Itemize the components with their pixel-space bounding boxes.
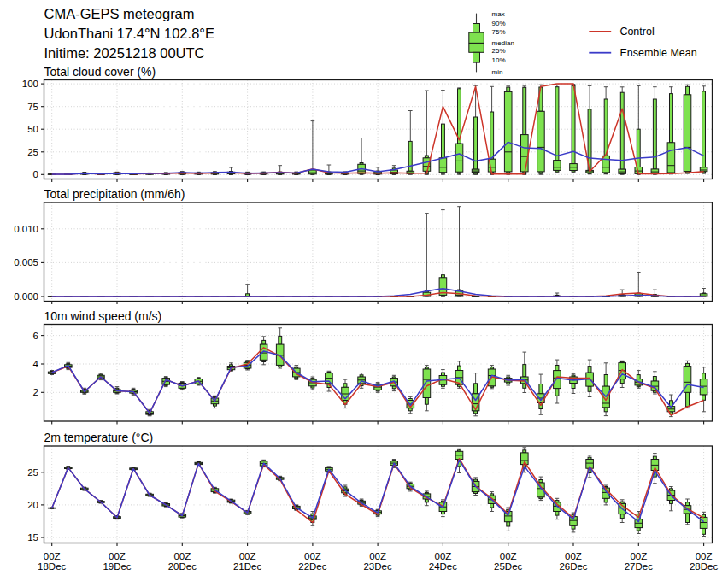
svg-text:00Z: 00Z — [239, 551, 256, 561]
svg-text:10m wind speed (m/s): 10m wind speed (m/s) — [44, 309, 162, 323]
svg-text:20Dec: 20Dec — [168, 561, 197, 572]
svg-text:4: 4 — [33, 359, 39, 369]
svg-text:18Dec: 18Dec — [38, 561, 66, 572]
svg-text:00Z: 00Z — [630, 551, 647, 561]
svg-text:Initime: 20251218 00UTC: Initime: 20251218 00UTC — [44, 45, 205, 61]
svg-text:22Dec: 22Dec — [298, 561, 326, 572]
svg-text:00Z: 00Z — [44, 551, 61, 561]
svg-text:23Dec: 23Dec — [363, 561, 391, 572]
svg-text:6: 6 — [33, 331, 38, 341]
svg-text:Control: Control — [619, 26, 654, 38]
svg-text:UdonThani 17.4°N 102.8°E: UdonThani 17.4°N 102.8°E — [44, 26, 214, 41]
svg-text:50: 50 — [27, 124, 38, 134]
svg-text:90%: 90% — [492, 20, 506, 27]
svg-text:28Dec: 28Dec — [690, 561, 718, 572]
svg-text:00Z: 00Z — [434, 551, 451, 561]
svg-text:Ensemble Mean: Ensemble Mean — [619, 47, 696, 59]
svg-text:00Z: 00Z — [565, 551, 582, 561]
svg-text:26Dec: 26Dec — [559, 561, 587, 572]
svg-text:0.000: 0.000 — [14, 291, 38, 302]
svg-text:00Z: 00Z — [304, 551, 321, 561]
svg-text:00Z: 00Z — [500, 551, 517, 561]
svg-text:75%: 75% — [492, 28, 506, 36]
svg-text:25%: 25% — [492, 47, 506, 55]
svg-text:24Dec: 24Dec — [429, 561, 457, 572]
svg-text:median: median — [492, 39, 514, 47]
svg-text:15: 15 — [27, 532, 38, 543]
svg-text:00Z: 00Z — [696, 551, 713, 561]
svg-text:max: max — [492, 10, 505, 18]
svg-text:100: 100 — [22, 79, 38, 89]
svg-text:25Dec: 25Dec — [494, 561, 522, 572]
svg-text:0.005: 0.005 — [14, 257, 38, 267]
svg-text:00Z: 00Z — [369, 551, 386, 561]
svg-text:Total precipitation (mm/6h): Total precipitation (mm/6h) — [44, 187, 185, 201]
svg-text:2m temperature (°C): 2m temperature (°C) — [44, 431, 154, 444]
svg-text:0: 0 — [33, 169, 38, 179]
svg-text:27Dec: 27Dec — [625, 561, 653, 572]
svg-text:21Dec: 21Dec — [233, 561, 261, 572]
svg-text:20: 20 — [27, 500, 38, 510]
svg-text:10%: 10% — [492, 56, 506, 64]
svg-text:0.010: 0.010 — [14, 224, 38, 234]
svg-text:min: min — [492, 68, 503, 76]
svg-text:25: 25 — [27, 147, 38, 157]
svg-text:CMA-GEPS meteogram: CMA-GEPS meteogram — [44, 6, 195, 21]
svg-text:00Z: 00Z — [109, 551, 126, 561]
svg-text:Total cloud cover (%): Total cloud cover (%) — [44, 65, 156, 79]
svg-text:75: 75 — [27, 102, 38, 112]
svg-text:2: 2 — [33, 387, 38, 397]
svg-text:19Dec: 19Dec — [103, 561, 131, 572]
svg-text:25: 25 — [27, 467, 38, 478]
svg-text:00Z: 00Z — [173, 551, 191, 561]
